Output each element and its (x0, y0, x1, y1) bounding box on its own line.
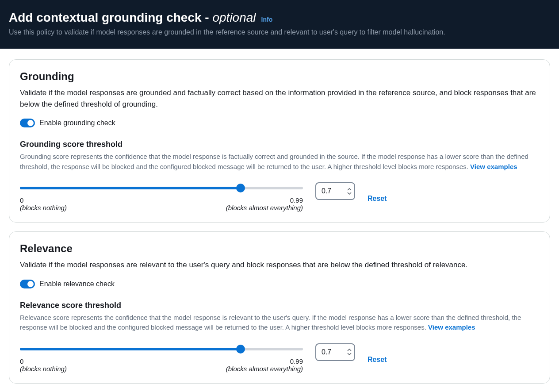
relevance-slider-max: 0.99 (blocks almost everything) (226, 357, 303, 373)
grounding-threshold-help: Grounding score represents the confidenc… (20, 152, 539, 172)
grounding-slider[interactable] (20, 182, 303, 193)
relevance-view-examples-link[interactable]: View examples (428, 323, 475, 331)
relevance-threshold-help: Relevance score represents the confidenc… (20, 313, 539, 333)
relevance-enable-label: Enable relevance check (39, 280, 115, 288)
page-title-main: Add contextual grounding check - (9, 11, 212, 24)
page-header: Add contextual grounding check - optiona… (0, 0, 559, 49)
grounding-slider-min-val: 0 (20, 196, 67, 204)
relevance-title: Relevance (20, 242, 539, 255)
info-link[interactable]: Info (261, 16, 273, 23)
grounding-card: Grounding Validate if the model response… (9, 59, 550, 223)
relevance-slider-min-sub: (blocks nothing) (20, 365, 67, 373)
page-description: Use this policy to validate if model res… (9, 28, 550, 36)
page-title-optional: optional (212, 11, 256, 24)
relevance-value-input[interactable]: 0.7 (315, 343, 355, 361)
grounding-value: 0.7 (322, 187, 347, 195)
chevron-up-icon[interactable] (347, 188, 352, 191)
grounding-slider-max-sub: (blocks almost everything) (226, 204, 303, 211)
relevance-slider[interactable] (20, 343, 303, 354)
relevance-enable-toggle[interactable] (20, 280, 35, 288)
grounding-threshold-title: Grounding score threshold (20, 140, 539, 149)
relevance-reset-button[interactable]: Reset (368, 356, 387, 364)
relevance-slider-max-val: 0.99 (226, 357, 303, 365)
relevance-slider-min: 0 (blocks nothing) (20, 357, 67, 373)
relevance-card: Relevance Validate if the model response… (9, 231, 550, 384)
relevance-slider-max-sub: (blocks almost everything) (226, 365, 303, 373)
chevron-down-icon[interactable] (347, 192, 352, 195)
grounding-title: Grounding (20, 70, 539, 83)
grounding-view-examples-link[interactable]: View examples (470, 163, 517, 170)
chevron-down-icon[interactable] (347, 352, 352, 355)
relevance-description: Validate if the model responses are rele… (20, 259, 539, 271)
relevance-value: 0.7 (322, 348, 347, 356)
grounding-slider-max-val: 0.99 (226, 196, 303, 204)
relevance-stepper[interactable] (347, 349, 352, 355)
grounding-reset-button[interactable]: Reset (368, 195, 387, 203)
grounding-slider-max: 0.99 (blocks almost everything) (226, 196, 303, 211)
grounding-stepper[interactable] (347, 188, 352, 195)
grounding-value-input[interactable]: 0.7 (315, 182, 355, 200)
grounding-enable-toggle[interactable] (20, 119, 35, 127)
page-title: Add contextual grounding check - optiona… (9, 11, 256, 25)
grounding-enable-label: Enable grounding check (39, 119, 115, 127)
chevron-up-icon[interactable] (347, 349, 352, 352)
grounding-slider-thumb[interactable] (236, 184, 245, 192)
grounding-slider-min: 0 (blocks nothing) (20, 196, 67, 211)
relevance-slider-min-val: 0 (20, 357, 67, 365)
grounding-threshold-help-text: Grounding score represents the confidenc… (20, 153, 528, 170)
relevance-slider-thumb[interactable] (236, 345, 245, 354)
grounding-description: Validate if the model responses are grou… (20, 87, 539, 110)
relevance-threshold-title: Relevance score threshold (20, 301, 539, 310)
grounding-slider-min-sub: (blocks nothing) (20, 204, 67, 211)
